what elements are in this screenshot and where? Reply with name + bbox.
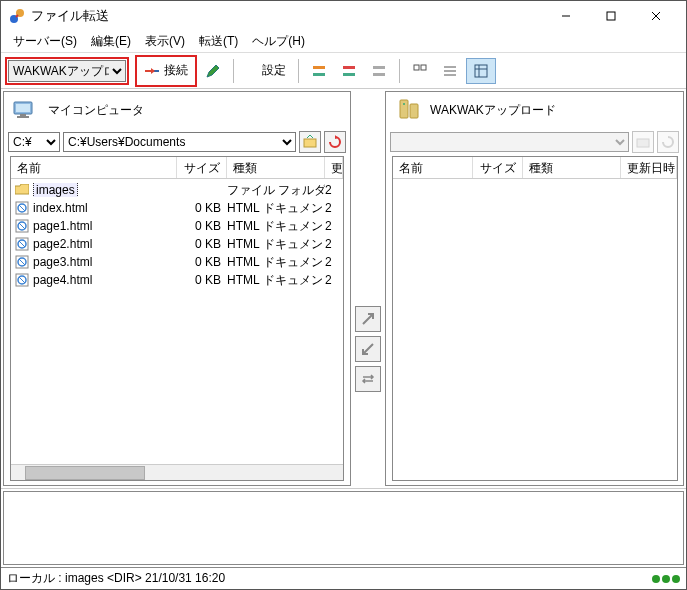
transfer-buttons [353,89,383,488]
html-icon [15,237,29,251]
remote-pane: WAKWAKアップロード 名前 サイズ 種類 更新日時 [385,91,684,486]
svg-rect-23 [20,114,26,116]
upload-button[interactable] [355,306,381,332]
profile-dropdown-highlight: WAKWAKアップロ [5,57,129,85]
html-icon [15,273,29,287]
local-pane: マイコンピュータ C:¥ C:¥Users¥Documents 名前 サイズ 種… [3,91,351,486]
svg-point-39 [403,103,405,105]
svg-rect-8 [313,73,325,76]
svg-rect-14 [421,65,426,70]
file-row[interactable]: page4.html0 KBHTML ドキュメント2 [11,271,343,289]
file-type: HTML ドキュメント [227,200,325,217]
local-up-button[interactable] [299,131,321,153]
file-size: 0 KB [177,219,227,233]
svg-rect-22 [16,104,30,112]
local-col-updated[interactable]: 更 [325,157,343,178]
local-col-type[interactable]: 種類 [227,157,325,178]
status-text: ローカル : images <DIR> 21/10/31 16:20 [7,570,225,587]
file-type: HTML ドキュメント [227,254,325,271]
file-type: HTML ドキュメント [227,218,325,235]
remote-file-list[interactable] [393,179,677,480]
sync-icon [360,371,376,387]
download-button[interactable] [355,336,381,362]
local-refresh-button[interactable] [324,131,346,153]
menu-view[interactable]: 表示(V) [139,31,191,52]
html-icon [15,219,29,233]
scrollbar-thumb[interactable] [25,466,145,480]
svg-rect-40 [637,139,649,147]
file-row[interactable]: index.html0 KBHTML ドキュメント2 [11,199,343,217]
minimize-button[interactable] [543,2,588,30]
file-type: ファイル フォルダー [227,182,325,199]
log-area[interactable] [3,491,684,565]
view-list-button[interactable] [436,58,464,84]
profile-dropdown[interactable]: WAKWAKアップロ [8,60,126,82]
toolbar-separator [233,59,234,83]
remote-refresh-button[interactable] [657,131,679,153]
bars-red-icon [341,63,357,79]
file-row[interactable]: imagesファイル フォルダー2 [11,181,343,199]
file-date: 2 [325,255,343,269]
connect-button-highlight: 接続 [135,55,197,87]
refresh-icon [328,135,342,149]
gear-icon [246,63,262,79]
local-path-dropdown[interactable]: C:¥Users¥Documents [63,132,296,152]
menu-help[interactable]: ヘルプ(H) [246,31,311,52]
svg-rect-9 [343,66,355,69]
local-h-scrollbar[interactable] [11,464,343,480]
file-date: 2 [325,201,343,215]
file-row[interactable]: page2.html0 KBHTML ドキュメント2 [11,235,343,253]
view-large-button[interactable] [406,58,434,84]
local-col-size[interactable]: サイズ [177,157,227,178]
remote-col-type[interactable]: 種類 [523,157,621,178]
maximize-button[interactable] [588,2,633,30]
toolbar-separator [399,59,400,83]
local-col-name[interactable]: 名前 [11,157,177,178]
file-name: page3.html [33,255,92,269]
remote-file-header: 名前 サイズ 種類 更新日時 [393,157,677,179]
settings-button[interactable]: 設定 [240,58,292,84]
edit-button[interactable] [199,58,227,84]
file-size: 0 KB [177,237,227,251]
file-date: 2 [325,183,343,197]
transfer-mode-button-3[interactable] [365,58,393,84]
menu-edit[interactable]: 編集(E) [85,31,137,52]
file-type: HTML ドキュメント [227,272,325,289]
remote-path-dropdown[interactable] [390,132,629,152]
svg-rect-25 [304,139,316,147]
menu-transfer[interactable]: 転送(T) [193,31,244,52]
remote-col-size[interactable]: サイズ [473,157,523,178]
file-date: 2 [325,219,343,233]
arrow-up-right-icon [360,311,376,327]
local-drive-dropdown[interactable]: C:¥ [8,132,60,152]
file-name: images [33,183,78,197]
remote-up-button[interactable] [632,131,654,153]
titlebar: ファイル転送 [1,1,686,31]
remote-file-area: 名前 サイズ 種類 更新日時 [392,156,678,481]
file-name: page1.html [33,219,92,233]
transfer-mode-button-2[interactable] [335,58,363,84]
local-addressbar: C:¥ C:¥Users¥Documents [4,128,350,156]
settings-label: 設定 [262,62,286,79]
file-row[interactable]: page3.html0 KBHTML ドキュメント2 [11,253,343,271]
close-button[interactable] [633,2,678,30]
view-large-icon [412,63,428,79]
remote-col-updated[interactable]: 更新日時 [621,157,677,178]
view-detail-button[interactable] [466,58,496,84]
panes-container: マイコンピュータ C:¥ C:¥Users¥Documents 名前 サイズ 種… [1,89,686,489]
sync-button[interactable] [355,366,381,392]
connect-icon [144,63,160,79]
remote-addressbar [386,128,683,156]
file-row[interactable]: page1.html0 KBHTML ドキュメント2 [11,217,343,235]
transfer-mode-button-1[interactable] [305,58,333,84]
html-icon [15,255,29,269]
menu-server[interactable]: サーバー(S) [7,31,83,52]
svg-rect-10 [343,73,355,76]
html-icon [15,201,29,215]
svg-rect-13 [414,65,419,70]
bars-orange-icon [311,63,327,79]
connect-button[interactable]: 接続 [138,58,194,84]
local-file-list[interactable]: imagesファイル フォルダー2index.html0 KBHTML ドキュメ… [11,179,343,464]
remote-col-name[interactable]: 名前 [393,157,473,178]
svg-rect-18 [475,65,487,77]
